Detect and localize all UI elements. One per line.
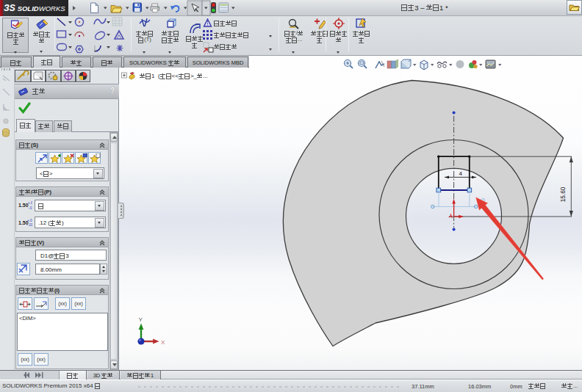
svg-text:X: X	[161, 339, 165, 346]
svg-text:15.60: 15.60	[560, 186, 567, 202]
svg-text:+.01: +.01	[27, 219, 32, 222]
svg-text:-.01: -.01	[27, 223, 32, 227]
svg-text:Y: Y	[139, 316, 143, 323]
svg-text:4: 4	[459, 170, 463, 177]
svg-text:1.50: 1.50	[18, 203, 29, 208]
svg-text:+.01: +.01	[28, 201, 32, 205]
svg-text:-.01: -.01	[28, 206, 32, 210]
